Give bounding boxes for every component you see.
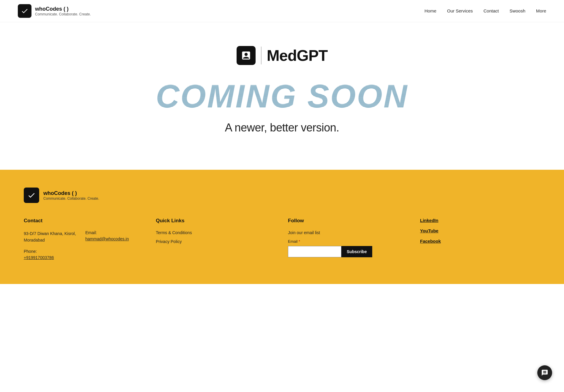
nav-item-more[interactable]: More — [536, 8, 546, 14]
logo-subtitle: Communicate. Collaborate. Create. — [35, 12, 91, 16]
footer-phone-label: Phone: — [24, 249, 83, 254]
footer-email-row: Subscribe — [288, 246, 408, 257]
logo-area: whoCodes ( ) Communicate. Collaborate. C… — [18, 4, 91, 18]
navbar: whoCodes ( ) Communicate. Collaborate. C… — [0, 0, 564, 22]
nav-item-contact[interactable]: Contact — [484, 8, 499, 14]
footer-follow-col: Follow Join our email list Email * Subsc… — [288, 218, 408, 260]
footer-linkedin-link[interactable]: LinkedIn — [420, 218, 540, 223]
nav-link-more[interactable]: More — [536, 8, 546, 13]
footer-email-field-label-text: Email — [288, 239, 298, 244]
footer-contact-title: Contact — [24, 218, 144, 224]
footer-brand-title: whoCodes ( ) — [43, 190, 99, 196]
hero-brand-name: MedGPT — [267, 47, 328, 64]
hero-section: MedGPT COMING SOON A newer, better versi… — [0, 22, 564, 170]
logo-icon — [18, 4, 31, 18]
footer-logo-icon — [24, 188, 39, 203]
footer-brand-subtitle: Communicate. Collaborate. Create. — [43, 196, 99, 201]
coming-soon-text: COMING SOON — [156, 80, 408, 112]
footer-email-required: * — [299, 239, 300, 244]
nav-link-contact[interactable]: Contact — [484, 8, 499, 13]
footer-youtube-link[interactable]: YouTube — [420, 228, 540, 233]
logo-text-group: whoCodes ( ) Communicate. Collaborate. C… — [35, 6, 91, 16]
footer-contact-row: 93-D/7 Diwan Khana, Kisrol, Moradabad Ph… — [24, 230, 144, 260]
footer-phone-block: Phone: +919917003786 — [24, 249, 83, 260]
hero-subtitle: A newer, better version. — [225, 121, 339, 134]
footer-quick-links-title: Quick Links — [156, 218, 276, 224]
footer-address-block: 93-D/7 Diwan Khana, Kisrol, Moradabad Ph… — [24, 230, 83, 260]
footer-email-field-label: Email * — [288, 239, 408, 244]
logo-title: whoCodes ( ) — [35, 6, 91, 12]
footer-facebook-link[interactable]: Facebook — [420, 239, 540, 244]
footer-columns: Contact 93-D/7 Diwan Khana, Kisrol, Mora… — [24, 218, 540, 260]
nav-item-swoosh[interactable]: Swoosh — [509, 8, 525, 14]
nav-item-home[interactable]: Home — [424, 8, 436, 14]
footer-join-text: Join our email list — [288, 230, 408, 235]
nav-link-home[interactable]: Home — [424, 8, 436, 13]
footer-phone-link[interactable]: +919917003786 — [24, 255, 54, 260]
footer-email-label: Email: — [85, 230, 144, 235]
footer-subscribe-button[interactable]: Subscribe — [341, 246, 372, 257]
footer-quick-links-col: Quick Links Terms & Conditions Privacy P… — [156, 218, 276, 260]
hero-logo-row: MedGPT — [237, 46, 328, 65]
nav-link-swoosh[interactable]: Swoosh — [509, 8, 525, 13]
nav-link-services[interactable]: Our Services — [447, 8, 473, 13]
footer-email-input[interactable] — [288, 246, 341, 257]
footer-contact-col: Contact 93-D/7 Diwan Khana, Kisrol, Mora… — [24, 218, 144, 260]
footer-email-block: Email: hammad@whocodes.in — [85, 230, 144, 260]
footer: whoCodes ( ) Communicate. Collaborate. C… — [0, 170, 564, 284]
footer-brand-text: whoCodes ( ) Communicate. Collaborate. C… — [43, 190, 99, 201]
hero-divider — [261, 47, 262, 64]
hero-logo-icon — [237, 46, 256, 65]
nav-links: Home Our Services Contact Swoosh More — [424, 8, 546, 14]
nav-item-services[interactable]: Our Services — [447, 8, 473, 14]
footer-link-terms[interactable]: Terms & Conditions — [156, 230, 276, 235]
footer-link-privacy[interactable]: Privacy Policy — [156, 239, 276, 244]
footer-address: 93-D/7 Diwan Khana, Kisrol, Moradabad — [24, 230, 83, 244]
footer-email-link[interactable]: hammad@whocodes.in — [85, 237, 129, 241]
footer-brand: whoCodes ( ) Communicate. Collaborate. C… — [24, 188, 540, 203]
footer-follow-title: Follow — [288, 218, 408, 224]
footer-social-col: LinkedIn YouTube Facebook — [420, 218, 540, 260]
